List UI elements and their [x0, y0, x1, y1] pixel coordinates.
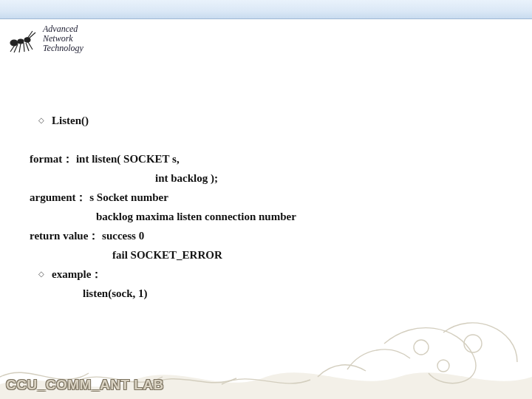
return-line-1: return value： success 0 [30, 226, 502, 245]
argument-line-1: argument： s Socket number [30, 188, 502, 207]
svg-line-8 [24, 43, 24, 52]
brand-line: Advanced [43, 24, 83, 34]
example-code: listen(sock, 1) [30, 284, 502, 303]
brand-line: Technology [43, 44, 83, 53]
svg-point-12 [437, 360, 449, 372]
section-heading-row: ◇ Listen() [30, 111, 502, 130]
svg-point-13 [464, 335, 482, 352]
section-heading: Listen() [52, 111, 89, 130]
example-label: example： [52, 265, 102, 284]
slide-header: Advanced Network Technology [0, 19, 532, 58]
diamond-bullet-icon: ◇ [30, 265, 52, 284]
argument-line-2: backlog maxima listen connection number [30, 207, 502, 226]
slide-body: ◇ Listen() format： int listen( SOCKET s,… [30, 111, 502, 303]
example-row: ◇ example： [30, 265, 502, 284]
ant-logo [4, 22, 38, 55]
diamond-bullet-icon: ◇ [30, 111, 52, 130]
svg-line-10 [28, 42, 33, 50]
svg-line-7 [19, 44, 21, 52]
return-line-2: fail SOCKET_ERROR [30, 245, 502, 265]
format-line-2: int backlog ); [30, 168, 502, 188]
svg-line-5 [10, 45, 15, 52]
svg-point-0 [10, 40, 18, 46]
brand-text: Advanced Network Technology [43, 24, 83, 53]
window-titlebar [0, 0, 532, 19]
decorative-footer: CCU_COMM_ANT LAB [0, 303, 532, 399]
svg-line-9 [26, 43, 29, 51]
svg-point-1 [18, 39, 24, 44]
brand-line: Network [43, 34, 83, 44]
format-line-1: format： int listen( SOCKET s, [30, 149, 502, 168]
svg-point-11 [414, 340, 429, 355]
footer-lab-label: CCU_COMM_ANT LAB [6, 377, 164, 393]
